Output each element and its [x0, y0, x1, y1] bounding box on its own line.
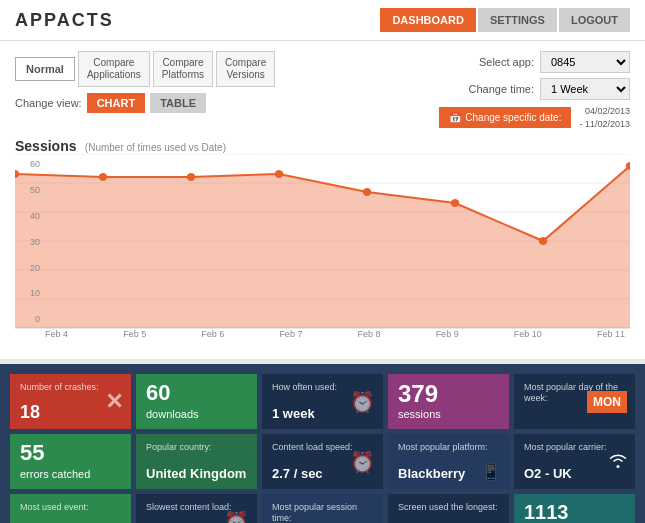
- x-label-feb11: Feb 11: [597, 329, 625, 339]
- mon-badge: MON: [587, 391, 627, 413]
- y-label-20: 20: [15, 263, 40, 273]
- x-label-feb4: Feb 4: [45, 329, 68, 339]
- chart-with-yaxis: 0 10 20 30 40 50 60: [15, 154, 630, 329]
- calendar-icon: 📅: [449, 112, 461, 123]
- logo: APPACTS: [15, 10, 114, 31]
- x-label-feb10: Feb 10: [514, 329, 542, 339]
- y-axis-labels: 0 10 20 30 40 50 60: [15, 154, 40, 329]
- y-label-50: 50: [15, 185, 40, 195]
- chart-view-button[interactable]: CHART: [87, 93, 146, 113]
- svg-point-9: [99, 173, 107, 181]
- stats-section: Number of crashes: 18 ✕ 60 downloads How…: [0, 364, 645, 523]
- change-time-label: Change time:: [469, 83, 534, 95]
- stat-event-label: Most used event:: [20, 502, 121, 513]
- controls-row: Normal CompareApplications ComparePlatfo…: [15, 51, 630, 130]
- stat-sessions: 379 sessions: [388, 374, 509, 429]
- change-specific-date-button[interactable]: 📅 Change specific date:: [439, 107, 571, 128]
- svg-point-13: [451, 199, 459, 207]
- chart-svg: [15, 154, 630, 329]
- left-controls: Normal CompareApplications ComparePlatfo…: [15, 51, 275, 113]
- x-label-feb8: Feb 8: [358, 329, 381, 339]
- x-label-feb7: Feb 7: [279, 329, 302, 339]
- nav-buttons: DASHBOARD SETTINGS LOGOUT: [380, 8, 630, 32]
- y-label-0: 0: [15, 314, 40, 324]
- stat-errors: 55 errors catched: [10, 434, 131, 489]
- phone-icon: 📱: [481, 462, 501, 481]
- stat-errors-value: 55: [20, 442, 121, 464]
- tab-compare-platforms[interactable]: ComparePlatforms: [153, 51, 213, 87]
- tab-compare-versions[interactable]: CompareVersions: [216, 51, 275, 87]
- svg-point-14: [539, 237, 547, 245]
- stat-downloads: 60 downloads: [136, 374, 257, 429]
- stat-downloads-label: downloads: [146, 408, 247, 421]
- y-label-40: 40: [15, 211, 40, 221]
- change-time-dropdown[interactable]: 1 Week: [540, 78, 630, 100]
- chart-area: 0 10 20 30 40 50 60: [15, 154, 630, 349]
- date-range: 04/02/2013 - 11/02/2013: [579, 105, 630, 130]
- stat-country-value: United Kingdom: [146, 467, 247, 481]
- main-content: Normal CompareApplications ComparePlatfo…: [0, 41, 645, 359]
- y-label-30: 30: [15, 237, 40, 247]
- stat-session-time: Most popular session time: 10 seconds: [262, 494, 383, 523]
- logout-button[interactable]: LOGOUT: [559, 8, 630, 32]
- dashboard-button[interactable]: DASHBOARD: [380, 8, 476, 32]
- svg-point-10: [187, 173, 195, 181]
- sessions-title-row: Sessions (Number of times used vs Date): [15, 138, 630, 154]
- stat-carrier: Most popular carrier: O2 - UK: [514, 434, 635, 489]
- stat-popular-day: Most popular day of the week: MON: [514, 374, 635, 429]
- slowest-clock-icon: ⏰: [224, 510, 249, 523]
- stat-country-label: Popular country:: [146, 442, 247, 453]
- stat-errors-label: errors catched: [20, 468, 121, 481]
- x-axis-labels: Feb 4 Feb 5 Feb 6 Feb 7 Feb 8 Feb 9 Feb …: [15, 329, 630, 339]
- change-view: Change view: CHART TABLE: [15, 93, 275, 113]
- change-time-row: Change time: 1 Week: [469, 78, 630, 100]
- stats-grid: Number of crashes: 18 ✕ 60 downloads How…: [10, 374, 635, 523]
- stat-country: Popular country: United Kingdom: [136, 434, 257, 489]
- stat-crashes: Number of crashes: 18 ✕: [10, 374, 131, 429]
- speed-clock-icon: ⏰: [350, 450, 375, 474]
- stat-platform: Most popular platform: Blackberry 📱: [388, 434, 509, 489]
- stat-sessions-label: sessions: [398, 408, 499, 421]
- header: APPACTS DASHBOARD SETTINGS LOGOUT: [0, 0, 645, 41]
- stat-platform-label: Most popular platform:: [398, 442, 499, 453]
- svg-point-12: [363, 188, 371, 196]
- y-label-60: 60: [15, 159, 40, 169]
- stat-content-speed: Content load speed: 2.7 / sec ⏰: [262, 434, 383, 489]
- tab-compare-applications[interactable]: CompareApplications: [78, 51, 150, 87]
- stat-screen: Screen used the longest: Main: [388, 494, 509, 523]
- stat-events: 1113 events: [514, 494, 635, 523]
- change-view-label: Change view:: [15, 97, 82, 109]
- clock-icon: ⏰: [350, 390, 375, 414]
- select-app-label: Select app:: [479, 56, 534, 68]
- select-app-dropdown[interactable]: 0845: [540, 51, 630, 73]
- x-label-feb6: Feb 6: [201, 329, 224, 339]
- sessions-subtitle: (Number of times used vs Date): [85, 142, 226, 153]
- stat-downloads-value: 60: [146, 382, 247, 404]
- x-label-feb5: Feb 5: [123, 329, 146, 339]
- y-label-10: 10: [15, 288, 40, 298]
- stat-how-often: How often used: 1 week ⏰: [262, 374, 383, 429]
- svg-point-11: [275, 170, 283, 178]
- stat-screen-label: Screen used the longest:: [398, 502, 499, 513]
- tab-normal[interactable]: Normal: [15, 57, 75, 81]
- settings-button[interactable]: SETTINGS: [478, 8, 557, 32]
- sessions-title: Sessions: [15, 138, 76, 154]
- stat-sessions-value: 379: [398, 382, 499, 406]
- table-view-button[interactable]: TABLE: [150, 93, 206, 113]
- stat-slowest-load: Slowest content load: 2.6 sec ⏰: [136, 494, 257, 523]
- svg-marker-7: [15, 166, 630, 328]
- wifi-icon: [607, 451, 629, 473]
- x-label-feb9: Feb 9: [436, 329, 459, 339]
- crash-icon: ✕: [105, 389, 123, 415]
- select-app-row: Select app: 0845: [479, 51, 630, 73]
- tab-group: Normal CompareApplications ComparePlatfo…: [15, 51, 275, 87]
- right-controls: Select app: 0845 Change time: 1 Week 📅 C…: [439, 51, 630, 130]
- stat-events-value: 1113: [524, 502, 625, 522]
- stat-session-time-label: Most popular session time:: [272, 502, 373, 523]
- stat-event: Most used event: Main : search: [10, 494, 131, 523]
